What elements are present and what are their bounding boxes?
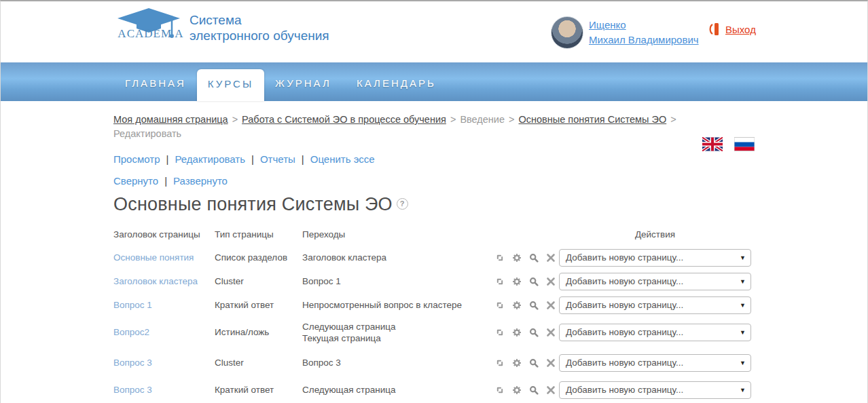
jumps-cell: Следующая страницаТекущая страница	[302, 321, 495, 344]
settings-icon[interactable]	[512, 385, 522, 395]
table-row: Заголовок кластера Cluster Вопрос 1 Доба…	[113, 269, 755, 293]
add-page-select[interactable]: Добавить новую страницу...▼	[559, 354, 751, 372]
preview-icon[interactable]	[529, 358, 539, 368]
preview-icon[interactable]	[529, 253, 539, 263]
delete-icon[interactable]	[546, 301, 556, 310]
logout-block: Выход	[708, 22, 756, 37]
jumps-cell: Непросмотренный вопрос в кластере	[302, 299, 495, 311]
dropdown-arrow-icon: ▼	[740, 387, 746, 394]
move-icon[interactable]	[495, 301, 505, 310]
nav-item-courses-active[interactable]: КУРСЫ	[197, 69, 264, 101]
page-type: Краткий ответ	[215, 385, 302, 395]
user-name-link: Ищенко Михаил Владимирович	[589, 18, 699, 47]
preview-icon[interactable]	[529, 328, 539, 337]
content-area: Моя домашняя страница>Работа с Системой …	[113, 101, 755, 402]
logout-link[interactable]: Выход	[725, 24, 756, 35]
table-row: Вопрос2 Истина/ложь Следующая страницаТе…	[113, 317, 755, 347]
system-title: Система электронного обучения	[189, 12, 329, 43]
preview-icon[interactable]	[529, 385, 539, 395]
breadcrumb-section: Введение	[460, 114, 505, 125]
view-mode-links: Свернуто|Развернуто	[113, 175, 755, 187]
add-page-select[interactable]: Добавить новую страницу...▼	[559, 273, 751, 290]
page-type: Cluster	[215, 358, 302, 368]
add-page-select[interactable]: Добавить новую страницу...▼	[559, 296, 751, 314]
add-page-select[interactable]: Добавить новую страницу...▼	[559, 381, 751, 399]
page-link[interactable]: Вопрос 1	[113, 300, 152, 310]
jumps-cell: Вопрос 1	[302, 275, 495, 287]
row-actions	[495, 358, 559, 368]
settings-icon[interactable]	[512, 358, 522, 368]
move-icon[interactable]	[495, 358, 505, 368]
table-row: Вопрос 3 Cluster Вопрос 3 Добавить новую…	[113, 347, 755, 378]
table-header-row: Заголовок страницы Тип страницы Переходы…	[113, 229, 755, 246]
move-icon[interactable]	[495, 328, 505, 337]
page-type: Cluster	[215, 276, 302, 286]
row-actions	[495, 253, 559, 263]
delete-icon[interactable]	[546, 358, 556, 368]
col-header-actions: Действия	[559, 229, 751, 239]
tab-edit[interactable]: Редактировать	[175, 153, 245, 165]
delete-icon[interactable]	[546, 328, 556, 337]
page-link[interactable]: Заголовок кластера	[113, 276, 198, 286]
jumps-cell: Вопрос 3	[302, 357, 495, 368]
settings-icon[interactable]	[512, 277, 522, 286]
brand-name: ACADEM A	[113, 27, 188, 41]
dropdown-arrow-icon: ▼	[740, 254, 746, 261]
nav-item-journal[interactable]: ЖУРНАЛ	[275, 77, 331, 89]
page-type: Истина/ложь	[215, 327, 302, 337]
add-page-select[interactable]: Добавить новую страницу...▼	[559, 324, 751, 341]
page-type: Список разделов	[215, 252, 302, 263]
dropdown-arrow-icon: ▼	[740, 278, 746, 285]
delete-icon[interactable]	[546, 253, 556, 263]
jumps-cell: Заголовок кластера	[302, 252, 495, 263]
mode-collapsed-link[interactable]: Свернуто	[113, 175, 158, 187]
col-header-type: Тип страницы	[215, 229, 302, 239]
dropdown-arrow-icon: ▼	[740, 302, 746, 309]
settings-icon[interactable]	[512, 301, 522, 310]
breadcrumb-current: Редактировать	[113, 128, 181, 139]
preview-icon[interactable]	[529, 277, 539, 286]
breadcrumb-course-link[interactable]: Работа с Системой ЭО в процессе обучения	[242, 114, 446, 125]
tab-reports[interactable]: Отчеты	[260, 153, 295, 165]
row-actions	[495, 277, 559, 286]
row-actions	[495, 328, 559, 337]
tab-grade-essay[interactable]: Оценить эссе	[310, 153, 375, 165]
breadcrumb-home-link[interactable]: Моя домашняя страница	[113, 114, 228, 125]
add-page-select[interactable]: Добавить новую страницу...▼	[559, 249, 751, 267]
app-window: ACADEM A Система электронного обучения И…	[0, 0, 868, 403]
breadcrumb-lesson-link[interactable]: Основные понятия Системы ЭО	[519, 114, 667, 125]
user-avatar[interactable]	[551, 16, 583, 49]
preview-icon[interactable]	[529, 301, 539, 310]
page-title: Основные понятия Системы ЭО?	[113, 194, 755, 215]
table-row: Вопрос 1 Краткий ответ Непросмотренный в…	[113, 293, 755, 317]
col-header-title: Заголовок страницы	[113, 229, 215, 239]
dropdown-arrow-icon: ▼	[740, 360, 746, 366]
lesson-tabs: Просмотр|Редактировать|Отчеты|Оценить эс…	[113, 153, 755, 165]
move-icon[interactable]	[495, 277, 505, 286]
page-link[interactable]: Вопрос 3	[113, 385, 152, 395]
main-navbar: ГЛАВНАЯ КУРСЫ ЖУРНАЛ КАЛЕНДАРЬ	[1, 62, 867, 101]
settings-icon[interactable]	[512, 328, 522, 337]
logout-door-icon	[708, 22, 720, 37]
nav-item-home[interactable]: ГЛАВНАЯ	[125, 77, 186, 89]
tab-view[interactable]: Просмотр	[113, 153, 160, 165]
breadcrumb: Моя домашняя страница>Работа с Системой …	[113, 113, 755, 141]
move-icon[interactable]	[495, 253, 505, 263]
dropdown-arrow-icon: ▼	[740, 329, 746, 336]
page-link[interactable]: Вопрос 3	[113, 358, 152, 368]
jumps-cell: Следующая страница	[302, 384, 495, 396]
settings-icon[interactable]	[512, 253, 522, 263]
move-icon[interactable]	[495, 385, 505, 395]
delete-icon[interactable]	[546, 385, 556, 395]
nav-item-calendar[interactable]: КАЛЕНДАРЬ	[357, 77, 436, 89]
page-link[interactable]: Вопрос2	[113, 327, 149, 337]
mode-expanded-link[interactable]: Развернуто	[173, 175, 228, 187]
table-row: Основные понятия Список разделов Заголов…	[113, 246, 755, 269]
page-link[interactable]: Основные понятия	[113, 252, 194, 263]
user-firstname-link[interactable]: Михаил Владимирович	[589, 33, 699, 47]
help-icon[interactable]: ?	[397, 198, 408, 210]
user-lastname-link[interactable]: Ищенко	[589, 18, 699, 33]
delete-icon[interactable]	[546, 277, 556, 286]
row-actions	[495, 385, 559, 395]
table-row: Вопрос 3 Краткий ответ Следующая страниц…	[113, 378, 755, 402]
